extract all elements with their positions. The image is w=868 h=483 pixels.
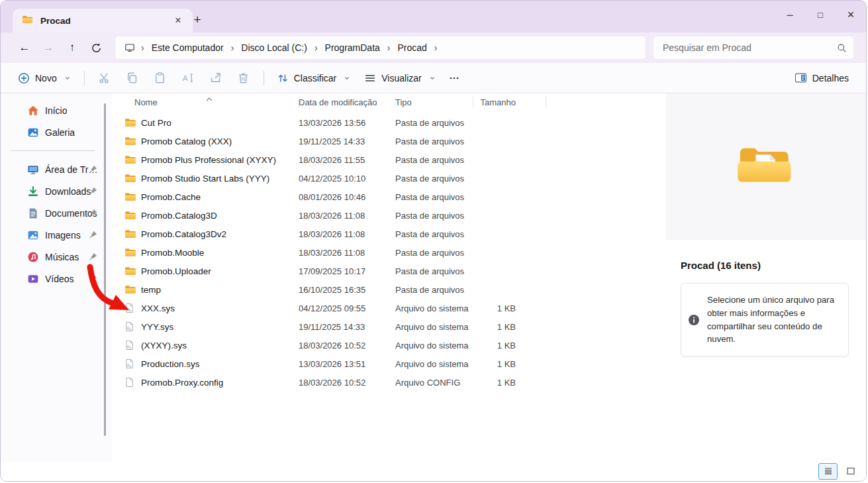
- file-type: Pasta de arquivos: [395, 266, 473, 276]
- folder-icon: [124, 191, 136, 202]
- sidebar-item-gallery[interactable]: Galeria: [11, 121, 108, 143]
- details-pane-button[interactable]: Detalhes: [788, 67, 855, 89]
- file-row[interactable]: Promob.Catalog3D 18/03/2026 11:08 Pasta …: [112, 206, 666, 225]
- folder-icon: [22, 15, 34, 27]
- sys-file-icon: [124, 358, 136, 369]
- paste-button[interactable]: [146, 67, 174, 89]
- pin-icon: [89, 165, 97, 174]
- file-date: 18/03/2026 11:08: [299, 211, 395, 221]
- music-icon: [27, 251, 39, 263]
- view-button[interactable]: Visualizar: [358, 67, 442, 89]
- details-title: Procad (16 itens): [681, 260, 866, 271]
- folder-icon: [124, 136, 136, 146]
- folder-icon: [124, 266, 136, 276]
- file-type: Arquivo CONFIG: [395, 378, 473, 388]
- pin-icon: [89, 231, 97, 239]
- new-button[interactable]: Novo: [11, 67, 78, 89]
- details-pane: Procad (16 itens) Selecione um único arq…: [666, 93, 866, 461]
- column-header-name[interactable]: Nome: [112, 93, 299, 111]
- chevron-right-icon: ›: [313, 42, 320, 53]
- toolbar-divider: [84, 71, 85, 85]
- chevron-right-icon: ›: [385, 42, 393, 53]
- pin-icon: [89, 274, 97, 283]
- file-row[interactable]: Promob Catalog (XXX) 19/11/2025 14:33 Pa…: [112, 132, 666, 150]
- close-button[interactable]: ×: [836, 1, 866, 28]
- more-options-button[interactable]: [443, 67, 465, 89]
- file-date: 04/12/2025 09:55: [299, 303, 395, 313]
- copy-button[interactable]: [119, 67, 146, 89]
- sidebar-divider: [11, 150, 95, 151]
- chevron-down-icon: [428, 74, 436, 82]
- new-tab-button[interactable]: +: [187, 11, 207, 29]
- column-headers: Nome Data de modificação Tipo Tamanho: [112, 93, 666, 111]
- forward-button[interactable]: →: [36, 36, 60, 59]
- file-type: Pasta de arquivos: [395, 211, 473, 221]
- file-row[interactable]: (XYXY).sys 18/03/2026 10:52 Arquivo do s…: [112, 336, 666, 354]
- file-row[interactable]: YYY.sys 19/11/2025 14:33 Arquivo do sist…: [112, 317, 666, 336]
- file-row[interactable]: Production.sys 13/03/2026 13:51 Arquivo …: [112, 354, 666, 373]
- tab-close-icon[interactable]: ×: [169, 13, 187, 28]
- maximize-button[interactable]: □: [805, 1, 836, 28]
- up-button[interactable]: ↑: [60, 36, 84, 59]
- sidebar-item-downloads[interactable]: Downloads: [11, 180, 108, 202]
- this-pc-icon[interactable]: [121, 38, 139, 57]
- file-type: Pasta de arquivos: [395, 118, 473, 128]
- file-row[interactable]: Cut Pro 13/03/2026 13:56 Pasta de arquiv…: [112, 113, 666, 132]
- file-row[interactable]: Promob.Cache 08/01/2026 10:46 Pasta de a…: [112, 188, 666, 206]
- breadcrumb-item[interactable]: Procad: [393, 40, 432, 55]
- refresh-button[interactable]: [84, 36, 108, 59]
- folder-icon: [124, 117, 136, 128]
- breadcrumb-item[interactable]: Este Computador: [146, 40, 229, 55]
- file-row[interactable]: Promob.Catalog3Dv2 18/03/2026 11:08 Past…: [112, 225, 666, 243]
- file-type: Arquivo do sistema: [395, 303, 473, 313]
- images-icon: [27, 229, 39, 241]
- desktop-icon: [27, 164, 39, 176]
- file-row[interactable]: Promob.Proxy.config 18/03/2026 10:52 Arq…: [112, 373, 666, 392]
- back-button[interactable]: ←: [13, 36, 36, 59]
- breadcrumb-item[interactable]: Disco Local (C:): [236, 40, 313, 55]
- file-row[interactable]: Promob.Mooble 18/03/2026 11:08 Pasta de …: [112, 243, 666, 262]
- file-date: 18/03/2026 11:08: [299, 229, 395, 239]
- status-bar: [1, 461, 866, 481]
- chevron-down-icon: [343, 74, 351, 82]
- column-header-date[interactable]: Data de modificação: [299, 93, 395, 111]
- file-type: Arquivo do sistema: [395, 322, 473, 332]
- chevron-down-icon: [64, 74, 72, 82]
- breadcrumb-item[interactable]: ProgramData: [320, 40, 385, 55]
- sort-button[interactable]: Classificar: [270, 67, 358, 89]
- minimize-button[interactable]: ─: [775, 1, 805, 28]
- sidebar-item-videos[interactable]: Vídeos: [11, 268, 108, 290]
- share-button[interactable]: [202, 67, 230, 89]
- cut-button[interactable]: [91, 67, 119, 89]
- details-pane-icon: [795, 72, 807, 84]
- file-row[interactable]: Promob Studio Start Labs (YYY) 04/12/202…: [112, 169, 666, 188]
- sidebar-item-images[interactable]: Imagens: [11, 224, 108, 246]
- videos-icon: [27, 273, 39, 285]
- sidebar-item-music[interactable]: Músicas: [11, 246, 108, 268]
- file-size: 1 KB: [473, 378, 546, 388]
- file-row[interactable]: XXX.sys 04/12/2025 09:55 Arquivo do sist…: [112, 299, 666, 317]
- sidebar-item-desktop[interactable]: Área de Trabalho: [11, 158, 108, 180]
- delete-button[interactable]: [230, 67, 258, 89]
- sidebar-item-home[interactable]: Início: [11, 99, 108, 121]
- view-lines-icon: [364, 72, 376, 84]
- rename-button[interactable]: A: [174, 67, 202, 89]
- chevron-right-icon: ›: [139, 42, 146, 53]
- search-input[interactable]: [661, 42, 837, 54]
- file-date: 13/03/2026 13:56: [299, 118, 395, 128]
- file-date: 19/11/2025 14:33: [299, 136, 395, 146]
- file-row[interactable]: Promob Plus Professional (XYXY) 18/03/20…: [112, 150, 666, 169]
- file-date: 18/03/2026 10:52: [299, 341, 395, 350]
- icons-view-toggle[interactable]: [841, 463, 860, 480]
- file-date: 19/11/2025 14:33: [299, 322, 395, 332]
- file-row[interactable]: Promob.Uploader 17/09/2025 10:17 Pasta d…: [112, 262, 666, 280]
- file-row[interactable]: temp 16/10/2025 16:35 Pasta de arquivos: [112, 280, 666, 299]
- sort-arrows-icon: [277, 72, 289, 84]
- home-icon: [27, 105, 39, 117]
- details-view-toggle[interactable]: [818, 463, 838, 480]
- column-header-type[interactable]: Tipo: [395, 93, 473, 111]
- sidebar-item-documents[interactable]: Documentos: [11, 202, 108, 224]
- column-header-size[interactable]: Tamanho: [473, 93, 546, 111]
- explorer-tab[interactable]: Procad ×: [13, 9, 193, 32]
- sidebar-scrollbar[interactable]: [104, 103, 106, 436]
